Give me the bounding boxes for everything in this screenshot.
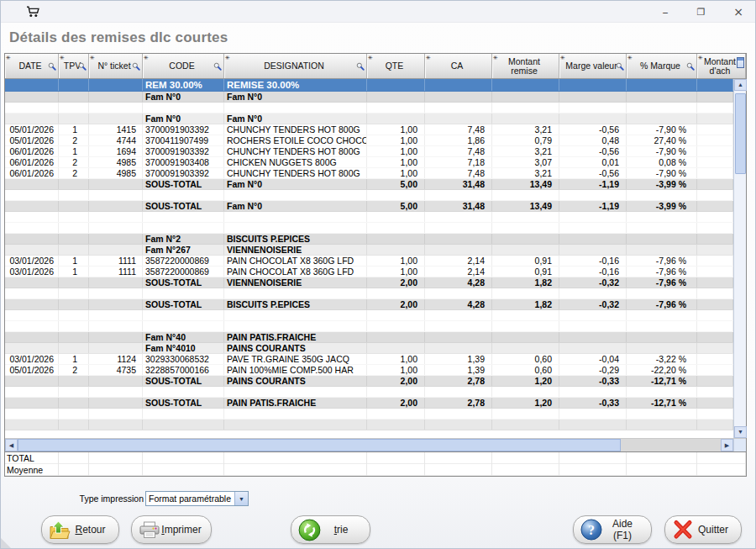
window-resize-grip[interactable] [1,538,11,548]
table-cell [59,79,89,91]
table-cell: 1111 [89,256,143,266]
column-header-montant-remise[interactable]: ✳Montant remise [492,54,559,78]
data-row[interactable]: 03/01/2026111243029330068532PAVE TR.GRAI… [5,354,733,365]
table-cell [5,92,59,102]
spacer-row[interactable] [5,321,733,332]
search-icon[interactable] [356,62,365,71]
search-icon[interactable] [686,62,695,71]
subtotal-row[interactable]: SOUS-TOTALPAIN PATIS.FRAICHE2,002,781,20… [5,398,733,409]
table-cell: PAINS COURANTS [224,343,367,353]
spacer-row[interactable] [5,103,733,113]
spacer-row[interactable] [5,288,733,299]
table-cell [425,420,492,430]
spacer-row[interactable] [5,387,733,398]
quitter-button[interactable]: Quitter [664,515,742,544]
subtotal-row[interactable]: SOUS-TOTALPAINS COURANTS2,002,781,20-0,3… [5,376,733,387]
table-cell: -12,71 % [627,398,697,408]
spacer-row[interactable] [5,409,733,420]
spacer-row[interactable] [5,212,733,223]
column-header-marque[interactable]: ✳% Marque [627,54,697,78]
subtotal-row[interactable]: SOUS-TOTALBISCUITS P.EPICES2,004,281,82-… [5,299,733,310]
group-header-row[interactable]: Fam N°0Fam N°0 [5,92,733,103]
summary-row-total: TOTAL [5,452,746,464]
data-row[interactable]: 05/01/2026114153700091903392CHUNCHY TEND… [5,124,733,135]
print-type-select[interactable]: Format paramétrable ▼ [145,491,249,506]
data-row[interactable]: 06/01/2026249853700091903408CHICKEN NUGG… [5,157,733,168]
column-header-designation[interactable]: ✳DESIGNATION [224,54,367,78]
table-cell: CHUNCHY TENDERS HOT 800G [224,124,367,135]
group-header-row[interactable]: Fam N°4010PAINS COURANTS [5,343,733,354]
imprimer-button[interactable]: Imprimer [131,515,212,544]
column-header-tpv[interactable]: ✳TPV [59,54,89,78]
data-row[interactable]: 06/01/2026116943700091903392CHUNCHY TEND… [5,146,733,157]
table-cell [367,245,425,255]
table-cell [59,299,89,309]
spacer-row[interactable] [5,190,733,201]
subtotal-row[interactable]: SOUS-TOTALFam N°05,0031,4813,49-1,19-3,9… [5,179,733,190]
table-cell: SOUS-TOTAL [143,179,224,189]
spacer-row[interactable] [5,310,733,321]
close-button[interactable]: × [730,4,747,19]
trie-button[interactable]: trie [291,515,370,544]
table-cell [425,212,492,222]
table-cell: 5,00 [367,201,425,211]
column-header-montant-d-ach[interactable]: ✳Montant d'ach [697,54,746,78]
scroll-up-icon[interactable]: ▲ [734,79,747,91]
scroll-left-icon[interactable]: ◀ [5,439,18,451]
table-cell [697,157,733,167]
horizontal-scrollbar-track[interactable] [621,439,721,451]
subtotal-row[interactable]: SOUS-TOTALFam N°05,0031,4813,49-1,19-3,9… [5,201,733,212]
button-bar: RetourImprimertrie?Aide (F1)Quitter [1,515,755,546]
search-icon[interactable] [213,62,222,71]
search-icon[interactable] [48,62,56,71]
group-header-row[interactable]: Fam N°0Fam N°0 [5,113,733,124]
table-cell [697,267,733,277]
search-icon[interactable] [132,62,140,71]
table-cell [224,212,367,222]
column-header-ca[interactable]: ✳CA [425,54,492,78]
table-cell [59,387,89,397]
chevron-down-icon[interactable]: ▼ [234,492,248,505]
data-row[interactable]: 03/01/2026111113587220000869PAIN CHOCOLA… [5,267,733,277]
column-header-qte[interactable]: ✳QTE [367,54,425,78]
table-cell [367,332,425,342]
table-cell [425,288,492,298]
column-header-date[interactable]: ✳DATE [5,54,59,78]
table-cell: PAVE TR.GRAINE 350G JACQ [224,354,367,364]
subtotal-row[interactable]: SOUS-TOTALVIENNENOISERIE2,004,281,82-0,3… [5,277,733,288]
spacer-row[interactable] [5,223,733,234]
retour-button[interactable]: Retour [41,515,119,544]
group-header-row[interactable]: Fam N°2BISCUITS P.EPICES [5,234,733,245]
horizontal-scrollbar[interactable]: ◀ ▶ [5,438,746,451]
data-row[interactable]: 03/01/2026111113587220000869PAIN CHOCOLA… [5,256,733,267]
group-header-row[interactable]: Fam N°40PAIN PATIS.FRAICHE [5,332,733,343]
column-header-marge-valeur[interactable]: ✳Marge valeur [559,54,627,78]
aide-button[interactable]: ?Aide (F1) [573,515,652,544]
column-header-n-ticket[interactable]: ✳N° ticket [89,54,143,78]
vertical-scrollbar-thumb[interactable] [735,93,746,174]
data-row[interactable]: 05/01/2026247443700411907499ROCHERS ETOI… [5,135,733,146]
column-pin-icon: ✳ [698,53,703,62]
group-header-row[interactable]: Fam N°267VIENNENOISERIE [5,245,733,256]
table-cell: 1,39 [425,354,492,364]
spacer-row[interactable] [5,420,733,430]
scroll-right-icon[interactable]: ▶ [721,439,733,451]
maximize-button[interactable]: ❐ [693,6,708,18]
minimize-button[interactable]: – [659,4,671,19]
column-picker-icon[interactable] [737,57,744,68]
folder-up-icon [49,520,71,540]
scroll-down-icon[interactable]: ▼ [734,426,747,438]
column-header-code[interactable]: ✳CODE [143,54,224,78]
table-cell [5,179,59,189]
table-cell [559,409,627,419]
data-row[interactable]: 05/01/2026247353228857000166PAIN 100%MIE… [5,365,733,376]
search-icon[interactable] [616,62,624,71]
table-cell [559,212,627,222]
table-cell: 2,14 [425,267,492,277]
search-icon[interactable] [78,62,87,71]
selected-row[interactable]: REM 30.00%REMISE 30.00% [5,79,733,92]
horizontal-scrollbar-thumb[interactable] [18,439,621,451]
vertical-scrollbar[interactable]: ▲ ▼ [733,79,746,438]
data-row[interactable]: 06/01/2026249853700091903392CHUNCHY TEND… [5,168,733,179]
table-cell [627,212,697,222]
